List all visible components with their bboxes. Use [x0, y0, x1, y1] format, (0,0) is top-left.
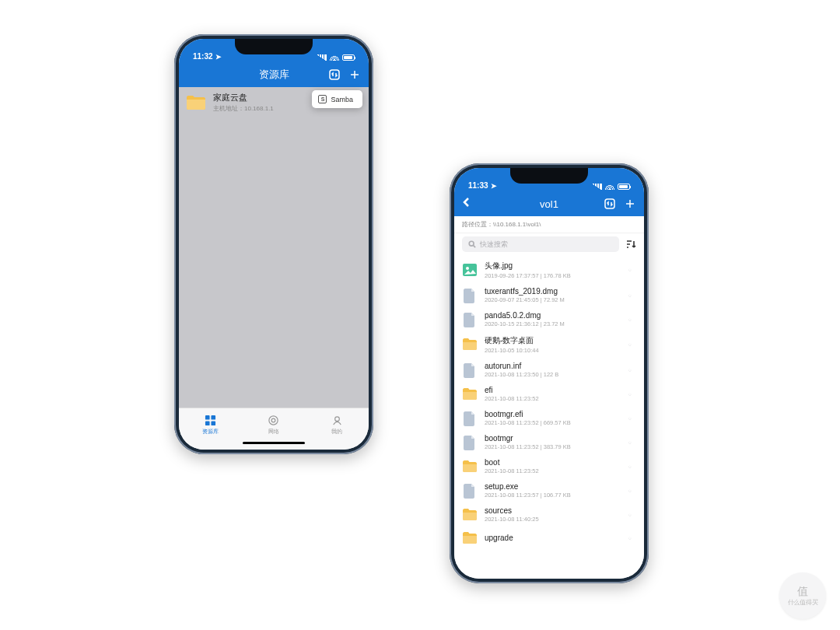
sort-button[interactable] [625, 239, 636, 250]
file-more-button[interactable] [628, 487, 636, 495]
file-name: sources [485, 506, 621, 515]
back-button[interactable] [462, 198, 474, 210]
file-meta: 2021-10-08 11:23:52 | 383.79 KB [485, 443, 621, 450]
navbar: 资源库 [179, 62, 369, 87]
svg-rect-8 [605, 199, 614, 208]
file-more-button[interactable] [628, 511, 636, 519]
navbar: vol1 [454, 191, 644, 216]
folder-icon [185, 93, 207, 112]
file-more-button[interactable] [628, 390, 636, 398]
file-more-button[interactable] [628, 341, 636, 348]
file-row[interactable]: 硬鹅-数字桌面2021-10-05 10:10:44 [454, 331, 644, 358]
wifi-icon [605, 183, 614, 190]
folder-icon [462, 530, 478, 546]
svg-rect-4 [212, 421, 216, 425]
status-time: 11:33 [468, 181, 488, 190]
svg-point-6 [272, 418, 276, 422]
file-row[interactable]: 头像.jpg2019-09-26 17:37:57 | 176.78 KB [454, 257, 644, 283]
svg-rect-2 [212, 415, 216, 420]
folder-icon [462, 337, 478, 352]
transfer-icon[interactable] [604, 198, 616, 210]
svg-point-11 [466, 267, 469, 270]
dropdown-samba-label: Samba [331, 96, 353, 103]
svg-point-9 [469, 241, 474, 246]
phone-left: 11:32 ➤ 资源库 [174, 34, 373, 454]
search-input[interactable]: 快速搜索 [462, 236, 619, 252]
file-name: 头像.jpg [485, 261, 621, 271]
tab-library[interactable]: 资源库 [179, 408, 242, 442]
file-icon [462, 411, 478, 426]
file-row[interactable]: autorun.inf2021-10-08 11:23:50 | 122 B [454, 358, 644, 382]
path-bar: 路径位置：\\10.168.1.1\vol1\ [454, 216, 644, 233]
tab-network[interactable]: 网络 [242, 408, 305, 442]
file-meta: 2021-10-05 10:10:44 [485, 347, 621, 354]
file-list[interactable]: 头像.jpg2019-09-26 17:37:57 | 176.78 KBtux… [454, 257, 644, 579]
file-meta: 2020-10-15 21:36:12 | 23.72 M [485, 320, 621, 327]
folder-icon [462, 387, 478, 402]
search-icon [468, 240, 476, 248]
file-icon [462, 312, 478, 327]
file-more-button[interactable] [628, 292, 636, 299]
samba-icon: S [318, 95, 327, 103]
file-meta: 2021-10-08 11:23:52 [485, 467, 621, 474]
file-row[interactable]: setup.exe2021-10-08 11:23:57 | 106.77 KB [454, 478, 644, 502]
file-more-button[interactable] [628, 463, 636, 471]
wifi-icon [330, 54, 339, 61]
nav-title: 资源库 [259, 68, 289, 82]
folder-icon [462, 459, 478, 474]
signal-icon [317, 54, 327, 61]
file-row[interactable]: tuxerantfs_2019.dmg2020-09-07 21:45:05 |… [454, 283, 644, 307]
file-name: upgrade [485, 534, 621, 542]
file-meta: 2021-10-08 11:40:25 [485, 516, 621, 523]
file-name: 硬鹅-数字桌面 [485, 335, 621, 346]
location-icon: ➤ [215, 53, 222, 61]
file-more-button[interactable] [628, 366, 636, 374]
svg-point-5 [269, 416, 278, 425]
folder-icon [462, 507, 478, 523]
file-name: bootmgr [485, 434, 621, 443]
file-row[interactable]: boot2021-10-08 11:23:52 [454, 454, 644, 478]
signal-icon [593, 184, 602, 190]
file-icon [462, 362, 478, 378]
file-name: tuxerantfs_2019.dmg [485, 287, 621, 296]
library-content: 家庭云盘 主机地址：10.168.1.1 S Samba [179, 87, 369, 408]
file-name: boot [485, 458, 621, 467]
location-icon: ➤ [491, 182, 497, 190]
battery-icon [342, 54, 355, 61]
file-name: bootmgr.efi [485, 410, 621, 418]
file-more-button[interactable] [628, 266, 636, 274]
home-indicator [179, 442, 369, 450]
search-row: 快速搜索 [454, 233, 644, 257]
transfer-icon[interactable] [328, 68, 341, 81]
file-icon [462, 288, 478, 303]
file-meta: 2019-09-26 17:37:57 | 176.78 KB [485, 272, 621, 279]
file-name: autorun.inf [485, 362, 621, 370]
file-more-button[interactable] [628, 534, 636, 542]
file-meta: 2021-10-08 11:23:52 | 669.57 KB [485, 419, 621, 426]
file-meta: 2020-09-07 21:45:05 | 72.92 M [485, 296, 621, 303]
svg-point-7 [335, 417, 340, 422]
file-row[interactable]: bootmgr2021-10-08 11:23:52 | 383.79 KB [454, 430, 644, 454]
file-row[interactable]: sources2021-10-08 11:40:25 [454, 502, 644, 527]
tab-mine[interactable]: 我的 [306, 408, 369, 442]
notch [510, 168, 588, 184]
file-row[interactable]: upgrade [454, 527, 644, 550]
file-row[interactable]: efi2021-10-08 11:23:52 [454, 382, 644, 406]
file-icon [462, 483, 478, 499]
file-meta: 2021-10-08 11:23:57 | 106.77 KB [485, 492, 621, 499]
notch [235, 39, 313, 54]
file-row[interactable]: panda5.0.2.dmg2020-10-15 21:36:12 | 23.7… [454, 307, 644, 331]
add-icon[interactable] [624, 198, 636, 210]
svg-rect-0 [330, 70, 339, 79]
watermark-smzdm: 值 什么值得买 [779, 572, 826, 619]
file-more-button[interactable] [628, 439, 636, 446]
file-icon [462, 435, 478, 450]
add-icon[interactable] [348, 68, 361, 81]
svg-rect-3 [205, 421, 210, 425]
add-dropdown[interactable]: S Samba [312, 90, 362, 108]
file-more-button[interactable] [628, 316, 636, 324]
file-more-button[interactable] [628, 415, 636, 422]
file-row[interactable]: bootmgr.efi2021-10-08 11:23:52 | 669.57 … [454, 406, 644, 430]
battery-icon [618, 184, 630, 190]
file-name: panda5.0.2.dmg [485, 311, 621, 320]
